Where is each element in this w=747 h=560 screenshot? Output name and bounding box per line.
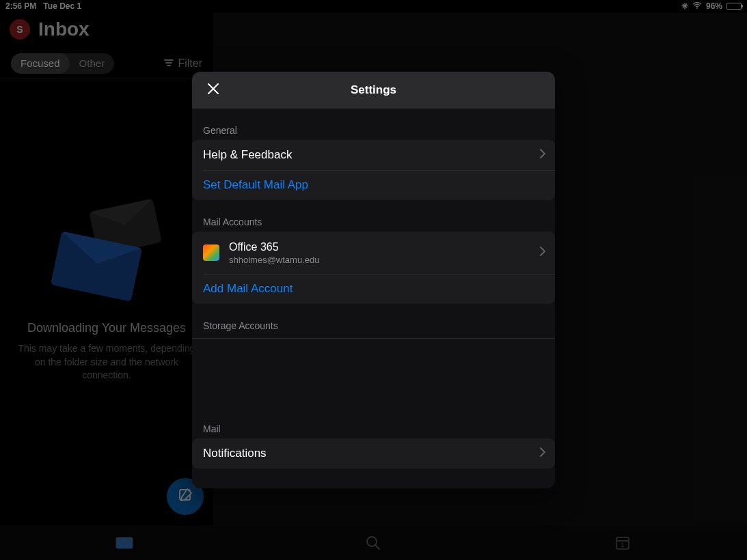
tab-search[interactable]	[249, 526, 498, 560]
empty-subtitle: This may take a few moments, depending o…	[0, 342, 213, 382]
battery-icon	[726, 3, 742, 10]
section-storage-label: Storage Accounts	[192, 304, 555, 335]
settings-modal: Settings General Help & Feedback Set Def…	[192, 72, 555, 488]
section-mail-accounts-label: Mail Accounts	[192, 200, 555, 232]
empty-state: Downloading Your Messages This may take …	[0, 205, 213, 382]
status-bar: 2:56 PM Tue Dec 1 ✳︎ 96%	[0, 0, 747, 12]
battery-pct: 96%	[706, 1, 722, 11]
office365-icon	[203, 244, 219, 261]
sync-icon: ✳︎	[681, 1, 688, 11]
close-icon	[207, 83, 219, 98]
focused-other-segment: Focused Other	[11, 53, 114, 74]
tab-calendar[interactable]: 1	[498, 526, 747, 560]
status-time: 2:56 PM	[5, 1, 36, 11]
tab-mail[interactable]	[0, 526, 249, 560]
avatar-initial: S	[16, 24, 23, 35]
search-icon	[366, 535, 381, 550]
inbox-header: S Inbox	[0, 12, 747, 46]
close-button[interactable]	[203, 80, 223, 100]
row-label: Add Mail Account	[203, 282, 293, 296]
inbox-toolbar: Focused Other Filter	[0, 48, 213, 79]
svg-text:1: 1	[621, 542, 624, 548]
settings-title: Settings	[192, 83, 555, 97]
row-set-default-mail[interactable]: Set Default Mail App	[192, 170, 555, 200]
section-general-label: General	[192, 109, 555, 140]
row-account-office365[interactable]: Office 365 shholmes@wtamu.edu	[192, 232, 555, 274]
account-email: shholmes@wtamu.edu	[229, 255, 319, 265]
svg-point-0	[696, 8, 698, 9]
filter-label: Filter	[178, 57, 202, 70]
envelope-illustration	[49, 205, 165, 294]
empty-title: Downloading Your Messages	[0, 321, 213, 335]
account-name: Office 365	[229, 241, 319, 253]
row-notifications[interactable]: Notifications	[192, 438, 555, 468]
tab-focused[interactable]: Focused	[11, 53, 70, 74]
settings-header: Settings	[192, 72, 555, 109]
mail-icon	[116, 537, 133, 549]
page-title: Inbox	[38, 18, 90, 40]
compose-icon	[178, 488, 193, 505]
section-mail-label: Mail	[192, 407, 555, 438]
chevron-right-icon	[540, 246, 545, 260]
chevron-right-icon	[540, 447, 545, 460]
row-label: Set Default Mail App	[203, 178, 308, 192]
calendar-icon: 1	[615, 535, 630, 550]
filter-icon	[164, 57, 174, 70]
row-label: Help & Feedback	[203, 148, 292, 162]
account-avatar[interactable]: S	[10, 19, 30, 40]
row-add-mail-account[interactable]: Add Mail Account	[192, 274, 555, 304]
row-label: Notifications	[203, 447, 267, 460]
tab-other[interactable]: Other	[70, 53, 115, 74]
filter-button[interactable]: Filter	[164, 57, 202, 70]
chevron-right-icon	[540, 148, 545, 162]
tab-bar: 1	[0, 526, 747, 560]
status-date: Tue Dec 1	[43, 1, 81, 11]
row-help-feedback[interactable]: Help & Feedback	[192, 140, 555, 170]
wifi-icon	[692, 1, 702, 11]
